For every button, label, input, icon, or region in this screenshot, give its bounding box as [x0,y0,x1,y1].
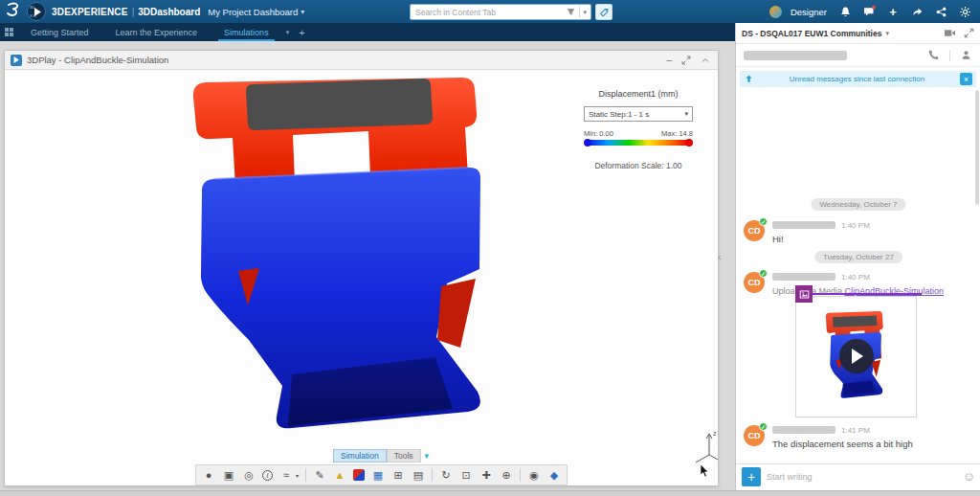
unread-banner: Unread messages since last connection × [740,71,976,87]
messages-icon[interactable] [861,4,877,19]
close-banner-icon[interactable]: × [960,73,972,85]
axis-triad: z [688,426,718,468]
play-icon [33,8,41,16]
top-bar: 3D X.R 3DEXPERIENCE | 3DDashboard My Pro… [0,0,980,23]
results-legend: Displacement1 (mm) Static Step:1 - 1 s ▾… [584,89,693,170]
iso-view-icon[interactable]: ◆ [547,468,561,482]
toolbar-separator [432,468,433,482]
phone-call-icon[interactable] [927,49,940,61]
network-share-icon[interactable] [933,4,948,19]
arrow-up-icon[interactable] [744,74,754,84]
toolbar-separator [520,468,521,482]
collapse-chevron-icon[interactable] [701,56,710,65]
panel-collapse-chevron-icon[interactable]: ‹ [718,251,722,262]
message-text: Hi! [772,234,975,244]
3dplay-app-icon [11,55,22,66]
video-call-icon[interactable] [944,28,956,38]
zoom-icon[interactable]: ⊕ [500,468,513,482]
fit-all-icon[interactable]: ⊡ [459,468,473,482]
tab-getting-started[interactable]: Getting Started [17,23,102,41]
chat-message: CD ✓ 1:40 PM Hi! [744,220,975,244]
tab-simulation[interactable]: Simulation [333,449,387,462]
chat-contact-row [736,44,980,67]
reset-view-icon[interactable]: ↻ [439,468,453,482]
pan-icon[interactable]: ✚ [479,468,493,482]
3d-viewport[interactable]: Displacement1 (mm) Static Step:1 - 1 s ▾… [5,70,718,485]
viewport-bottom-tabs: Simulation Tools ▾ [333,449,429,462]
tab-overflow-icon[interactable] [0,23,17,41]
step-select[interactable]: Static Step:1 - 1 s ▾ [584,106,693,122]
online-check-icon: ✓ [759,269,768,278]
message-time: 1:40 PM [841,221,870,230]
online-check-icon: ✓ [759,217,768,226]
search-chevron-icon[interactable]: ▾ [583,9,590,16]
render-styles-icon[interactable]: ▣ [222,468,235,482]
search-input[interactable] [411,8,566,17]
tab-chevron-icon[interactable]: ▾ [282,23,294,41]
hide-show-icon[interactable]: ◉ [527,468,541,482]
message-text: The displacement seems a bit high [772,439,975,449]
3ds-logo-icon[interactable] [4,1,23,22]
sensors-icon[interactable]: i [262,470,273,481]
section-cut-icon[interactable]: ▲ [333,468,346,482]
topbar-right-icons: Designer + [769,0,972,23]
minimize-icon[interactable]: – [666,55,672,65]
avatar-initials: CD [748,431,761,440]
play-button-icon[interactable] [839,339,874,373]
redacted-name [772,426,835,434]
message-time: 1:40 PM [841,273,870,282]
bell-icon[interactable] [837,4,853,19]
avatar[interactable]: CD ✓ [744,425,765,446]
chat-header-title[interactable]: DS - DSQAL017 EUW1 Communities [742,29,881,38]
tab-simulations[interactable]: Simulations [211,23,282,41]
min-endpoint-dot[interactable] [584,139,591,147]
contour-plot-icon[interactable] [353,469,365,481]
mouse-cursor-icon [700,464,710,482]
role-label[interactable]: Designer [791,7,827,17]
dashboard-name[interactable]: My Project Dashboard [208,7,298,17]
tag-icon[interactable] [595,4,612,20]
chevron-down-icon[interactable]: ▾ [885,30,889,37]
tab-tools[interactable]: Tools [387,449,421,462]
report-icon[interactable]: ▤ [412,468,425,482]
color-scale-bar[interactable] [588,140,689,146]
avatar[interactable]: CD ✓ [744,272,765,293]
emoji-smiley-icon[interactable]: ☺ [963,469,975,484]
compass-play-icon[interactable]: 3D X.R [27,2,46,21]
media-type-icon [795,285,813,303]
legend-max-label: Max: 14.8 [661,129,693,138]
chevron-down-icon[interactable]: ▾ [301,8,304,16]
chat-message: CD ✓ 1:41 PM The displacement seems a bi… [744,425,975,449]
ground-reflection-icon[interactable]: ◎ [242,468,256,482]
plots-chevron-icon[interactable]: ▾ [296,472,299,479]
tab-learn-the-experience[interactable]: Learn the Experience [102,23,212,41]
redacted-contact-name [744,51,847,60]
bottom-status-strip [0,490,980,496]
chat-input-row: + ☺ [736,463,980,488]
legend-min-label: Min: 0.00 [584,129,613,138]
add-person-icon[interactable] [960,49,972,61]
avatar[interactable]: CD ✓ [744,220,765,241]
filter-funnel-icon[interactable] [566,7,576,17]
probe-icon[interactable]: ⊞ [391,468,405,482]
add-tab-button[interactable]: + [293,23,310,41]
max-endpoint-dot[interactable] [685,139,693,147]
avatar-initials: CD [748,226,761,236]
chat-messages[interactable]: Wednesday, October 7 CD ✓ 1:40 PM Hi! Tu… [736,88,980,465]
chat-header: DS - DSQAL017 EUW1 Communities ▾ [736,23,980,44]
toolbar-collapse-chevron-icon[interactable]: ▾ [425,451,430,461]
user-avatar[interactable] [769,6,782,18]
share-icon[interactable] [909,4,924,19]
add-icon[interactable]: + [885,4,901,19]
attach-plus-button[interactable]: + [742,467,761,486]
expand-icon[interactable] [681,56,691,65]
annotations-icon[interactable]: ✎ [313,468,326,482]
icon-divider [949,50,950,61]
chat-scrollbar[interactable] [975,90,979,205]
tools-gear-icon[interactable] [957,4,972,19]
expand-panel-icon[interactable] [964,28,974,38]
plots-icon[interactable]: ≈ [279,468,293,482]
message-input[interactable] [767,472,957,482]
results-table-icon[interactable]: ▦ [371,468,385,482]
shaded-render-icon[interactable]: ● [202,468,215,482]
